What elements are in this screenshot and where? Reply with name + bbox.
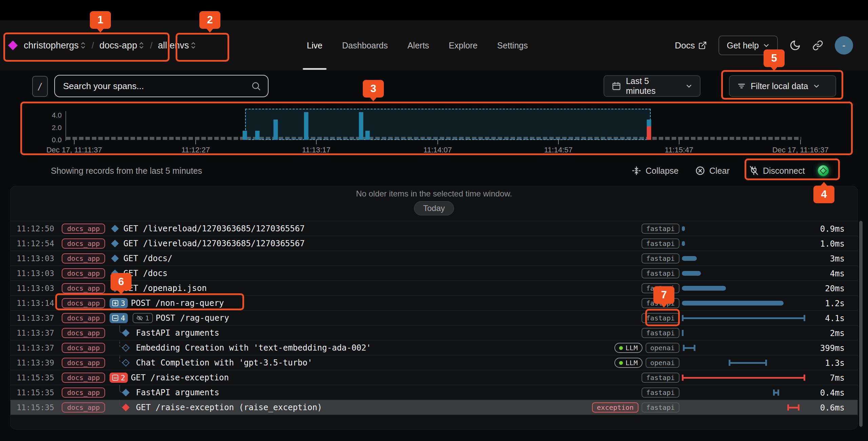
span-duration: 20ms	[825, 284, 845, 293]
chart-bar-segment	[359, 112, 363, 140]
span-count-timeline-chart[interactable]: 4.02.00.0 Dec 17, 11:11:3711:12:2711:13:…	[0, 102, 868, 156]
clear-icon	[695, 166, 705, 176]
duration-bar-zone	[682, 266, 807, 281]
header-bar: christophergs / docs-app / all envs Live	[0, 20, 868, 70]
annotation-callout-3: 3	[363, 80, 384, 98]
table-row[interactable]: 11:13:37docs_appFastAPI argumentsfastapi…	[11, 326, 857, 340]
table-row[interactable]: 11:12:54docs_appGET /livereload/12703636…	[11, 236, 857, 251]
llm-green-dot	[619, 346, 623, 350]
openai-tag: openai	[646, 358, 679, 368]
search-input[interactable]	[55, 81, 251, 91]
chart-x-tick	[316, 140, 317, 144]
fastapi-tag: fastapi	[642, 224, 679, 234]
main-nav-tabs: LiveDashboardsAlertsExploreSettings	[307, 20, 528, 70]
disconnect-icon	[749, 166, 759, 176]
table-row[interactable]: 11:15:35docs_appFastAPI argumentsfastapi…	[11, 385, 857, 400]
duration-bar	[682, 256, 697, 261]
table-scrollbar[interactable]	[859, 221, 863, 427]
children-toggle-badge[interactable]: −2	[110, 373, 128, 383]
tab-explore[interactable]: Explore	[449, 20, 478, 70]
table-row[interactable]: 11:13:39docs_appChat Completion with 'gp…	[11, 355, 857, 370]
chart-x-tick-label: 11:13:17	[302, 146, 331, 154]
avatar-label: -	[842, 40, 845, 51]
fastapi-tag: fastapi	[642, 373, 679, 383]
env-selector[interactable]: all envs	[158, 40, 197, 51]
hidden-spans-badge[interactable]: 1	[133, 313, 153, 323]
span-duration: 1.2s	[825, 299, 845, 308]
chart-x-tick-label: 11:14:07	[423, 146, 452, 154]
share-link-button[interactable]	[812, 40, 823, 51]
span-duration: 2ms	[830, 329, 845, 338]
project-selector[interactable]: docs-app	[99, 40, 144, 51]
span-duration: 0.4ms	[820, 388, 845, 398]
llm-green-dot	[619, 361, 623, 365]
table-row[interactable]: 11:12:50docs_appGET /livereload/12703636…	[11, 221, 857, 236]
tab-live[interactable]: Live	[307, 20, 322, 70]
theme-toggle-button[interactable]	[789, 40, 801, 51]
span-name: GET /livereload/1270363685/1270365567	[123, 224, 305, 233]
docs-link[interactable]: Docs	[675, 40, 707, 51]
children-count: 3	[121, 299, 125, 308]
org-selector[interactable]: christophergs	[24, 40, 86, 51]
table-row[interactable]: 11:13:14docs_app+3POST /non-rag-queryfas…	[11, 296, 857, 311]
span-duration: 1.0ms	[820, 239, 845, 249]
duration-bar	[682, 271, 701, 276]
tab-settings[interactable]: Settings	[497, 20, 528, 70]
docs-label: Docs	[675, 40, 695, 51]
span-tags: fastapi	[642, 328, 679, 338]
table-row[interactable]: 11:13:37docs_app−41POST /rag-queryfastap…	[11, 311, 857, 326]
span-name: GET /livereload/1270363685/1270365567	[123, 239, 305, 248]
chart-y-tick-label: 2.0	[39, 124, 62, 132]
spans-table-panel: No older items in the selected time wind…	[10, 186, 858, 429]
fastapi-tag: fastapi	[642, 328, 679, 338]
link-icon	[812, 40, 823, 51]
duration-bar	[682, 301, 784, 306]
table-row[interactable]: 11:13:03docs_appGET /docsfastapi4ms	[11, 266, 857, 281]
span-timestamp: 11:13:03	[17, 284, 54, 293]
live-connection-indicator[interactable]	[818, 165, 829, 176]
duration-bar	[682, 286, 726, 291]
table-row[interactable]: 11:13:03docs_appGET /openapi.jsonfastapi…	[11, 281, 857, 296]
disconnect-button[interactable]: Disconnect	[749, 166, 805, 176]
chart-x-tick-label: Dec 17, 11:16:37	[772, 146, 829, 154]
children-toggle-badge[interactable]: −4	[110, 313, 128, 323]
llm-tag: LLM	[614, 358, 643, 368]
chart-x-tick	[437, 140, 438, 144]
slash-shortcut-key: /	[32, 76, 48, 97]
table-row[interactable]: 11:15:35docs_app−2GET /raise-exceptionfa…	[11, 370, 857, 385]
time-range-button[interactable]: Last 5 minutes	[604, 75, 701, 97]
tab-dashboards[interactable]: Dashboards	[342, 20, 388, 70]
breadcrumb-separator: /	[150, 40, 152, 51]
time-range-label: Last 5 minutes	[626, 76, 681, 96]
collapse-icon: −	[112, 375, 118, 381]
duration-bar	[682, 330, 684, 336]
today-pill[interactable]: Today	[414, 201, 454, 215]
span-search	[54, 75, 269, 97]
table-row[interactable]: 11:13:03docs_appGET /docs/fastapi3ms	[11, 251, 857, 266]
clear-button[interactable]: Clear	[695, 166, 730, 176]
span-name: POST /non-rag-query	[131, 298, 224, 308]
span-name: FastAPI arguments	[136, 328, 219, 338]
span-duration: 7ms	[830, 373, 845, 383]
breadcrumb-separator: /	[92, 40, 94, 51]
docs-app-tag: docs_app	[62, 283, 105, 293]
tab-alerts[interactable]: Alerts	[408, 20, 429, 70]
records-status-text: Showing records from the last 5 minutes	[51, 166, 202, 176]
user-avatar[interactable]: -	[835, 36, 853, 55]
external-link-icon	[698, 41, 707, 50]
table-row[interactable]: 11:13:37docs_appEmbedding Creation with …	[11, 340, 857, 355]
span-tags: fastapi	[642, 268, 679, 278]
span-tags: fastapi	[642, 253, 679, 264]
span-kind-diamond-icon	[111, 255, 119, 262]
logfire-logo-icon	[8, 41, 18, 50]
docs-app-tag: docs_app	[62, 313, 105, 323]
duration-bar	[682, 375, 805, 381]
table-row[interactable]: 11:15:35docs_appGET /raise-exception (ra…	[11, 400, 857, 415]
collapse-button[interactable]: Collapse	[631, 166, 678, 176]
records-toolbar: Showing records from the last 5 minutes …	[0, 156, 868, 186]
children-toggle-badge[interactable]: +3	[110, 298, 128, 308]
filter-local-data-button[interactable]: Filter local data	[729, 75, 836, 97]
tag-label: fastapi	[646, 388, 675, 397]
expand-icon: +	[112, 300, 118, 306]
span-timestamp: 11:15:35	[17, 388, 54, 397]
